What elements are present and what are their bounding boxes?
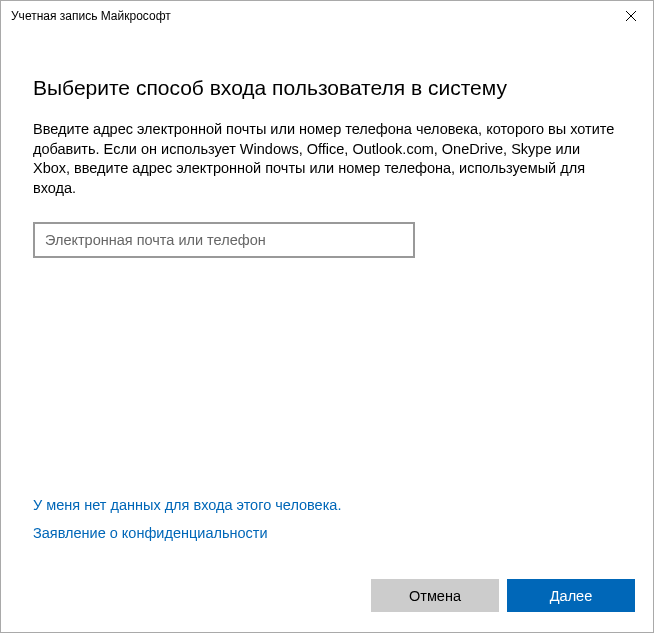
no-signin-info-link[interactable]: У меня нет данных для входа этого челове… <box>33 497 621 513</box>
cancel-button[interactable]: Отмена <box>371 579 499 612</box>
page-heading: Выберите способ входа пользователя в сис… <box>33 76 621 100</box>
description-text: Введите адрес электронной почты или номе… <box>33 120 621 198</box>
email-phone-input[interactable] <box>33 222 415 258</box>
content-area: Выберите способ входа пользователя в сис… <box>1 31 653 579</box>
close-button[interactable] <box>608 1 653 31</box>
window-title: Учетная запись Майкрософт <box>11 1 171 31</box>
spacer <box>33 258 621 497</box>
next-button[interactable]: Далее <box>507 579 635 612</box>
close-icon <box>626 11 636 21</box>
privacy-statement-link[interactable]: Заявление о конфиденциальности <box>33 525 621 541</box>
dialog-window: Учетная запись Майкрософт Выберите спосо… <box>0 0 654 633</box>
links-section: У меня нет данных для входа этого челове… <box>33 497 621 553</box>
footer-buttons: Отмена Далее <box>1 579 653 632</box>
titlebar: Учетная запись Майкрософт <box>1 1 653 31</box>
